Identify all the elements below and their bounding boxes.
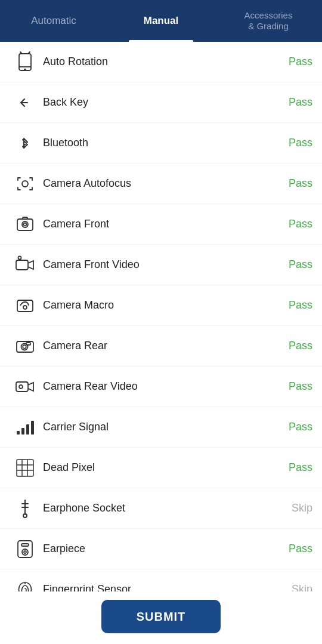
tab-automatic[interactable]: Automatic: [0, 0, 107, 42]
test-item-camera-rear-video[interactable]: Camera Rear VideoPass: [0, 366, 322, 407]
carrier-signal-label: Carrier Signal: [41, 421, 283, 433]
svg-point-4: [22, 221, 28, 227]
svg-point-33: [22, 549, 28, 555]
bluetooth-label: Bluetooth: [41, 137, 283, 149]
carrier-signal-icon: [10, 417, 41, 438]
tab-manual[interactable]: Manual: [107, 0, 215, 42]
svg-rect-15: [26, 343, 30, 345]
bluetooth-icon: [10, 133, 41, 154]
test-item-camera-autofocus[interactable]: Camera AutofocusPass: [0, 164, 322, 204]
dead-pixel-status: Pass: [283, 461, 312, 474]
dead-pixel-icon: [10, 457, 41, 479]
camera-rear-video-label: Camera Rear Video: [41, 380, 283, 393]
back-key-icon: [10, 92, 41, 113]
test-item-earpiece[interactable]: EarpiecePass: [0, 529, 322, 569]
back-key-status: Pass: [283, 96, 312, 109]
test-item-bluetooth[interactable]: BluetoothPass: [0, 123, 322, 164]
earphone-socket-label: Earphone Socket: [41, 502, 283, 514]
earphone-socket-icon: [10, 498, 41, 519]
tab-accessories[interactable]: Accessories& Grading: [215, 0, 322, 42]
svg-point-14: [23, 345, 26, 349]
camera-rear-icon: [10, 335, 41, 357]
camera-front-video-icon: [10, 254, 41, 276]
svg-rect-16: [16, 382, 28, 392]
earpiece-status: Pass: [283, 543, 312, 555]
test-item-camera-macro[interactable]: Camera MacroPass: [0, 285, 322, 326]
test-item-camera-front-video[interactable]: Camera Front VideoPass: [0, 245, 322, 285]
svg-rect-20: [26, 424, 29, 435]
svg-rect-7: [16, 260, 28, 270]
svg-rect-21: [31, 421, 34, 435]
camera-rear-label: Camera Rear: [41, 340, 283, 352]
carrier-signal-status: Pass: [283, 421, 312, 433]
camera-macro-icon: [10, 295, 41, 316]
camera-front-video-label: Camera Front Video: [41, 258, 283, 271]
svg-rect-6: [23, 217, 27, 219]
earpiece-icon: [10, 538, 41, 560]
svg-point-11: [23, 306, 27, 309]
svg-point-28: [23, 514, 27, 517]
test-item-auto-rotation[interactable]: Auto RotationPass: [0, 42, 322, 82]
test-list: Auto RotationPass Back KeyPass Bluetooth…: [0, 42, 322, 644]
svg-point-8: [18, 256, 21, 259]
camera-macro-status: Pass: [283, 299, 312, 312]
svg-point-17: [19, 385, 23, 389]
svg-rect-19: [21, 428, 24, 435]
camera-rear-status: Pass: [283, 340, 312, 352]
bluetooth-status: Pass: [283, 137, 312, 149]
camera-autofocus-icon: [10, 173, 41, 195]
back-key-label: Back Key: [41, 96, 283, 109]
auto-rotation-icon: [10, 51, 41, 73]
camera-front-label: Camera Front: [41, 218, 283, 230]
svg-rect-22: [17, 460, 33, 476]
test-item-dead-pixel[interactable]: Dead PixelPass: [0, 448, 322, 488]
camera-rear-video-status: Pass: [283, 380, 312, 393]
camera-autofocus-label: Camera Autofocus: [41, 177, 283, 190]
svg-point-2: [22, 181, 28, 187]
auto-rotation-label: Auto Rotation: [41, 56, 283, 68]
camera-front-video-status: Pass: [283, 258, 312, 271]
svg-rect-3: [17, 219, 33, 230]
test-item-back-key[interactable]: Back KeyPass: [0, 82, 322, 123]
camera-autofocus-status: Pass: [283, 177, 312, 190]
camera-rear-video-icon: [10, 376, 41, 398]
earpiece-label: Earpiece: [41, 543, 283, 555]
svg-rect-18: [17, 431, 20, 435]
svg-point-5: [24, 223, 27, 226]
submit-button[interactable]: SUBMIT: [101, 600, 221, 633]
svg-rect-32: [21, 544, 29, 546]
camera-macro-label: Camera Macro: [41, 299, 283, 312]
dead-pixel-label: Dead Pixel: [41, 461, 283, 474]
svg-rect-0: [19, 54, 31, 70]
tab-bar: Automatic Manual Accessories& Grading: [0, 0, 322, 42]
svg-point-34: [24, 551, 26, 553]
auto-rotation-status: Pass: [283, 56, 312, 68]
camera-front-status: Pass: [283, 218, 312, 230]
test-item-earphone-socket[interactable]: Earphone SocketSkip: [0, 488, 322, 529]
camera-front-icon: [10, 214, 41, 235]
test-item-camera-rear[interactable]: Camera RearPass: [0, 326, 322, 366]
test-item-carrier-signal[interactable]: Carrier SignalPass: [0, 407, 322, 448]
test-item-camera-front[interactable]: Camera FrontPass: [0, 204, 322, 245]
earphone-socket-status: Skip: [283, 502, 312, 514]
submit-wrap: SUBMIT: [0, 591, 322, 644]
